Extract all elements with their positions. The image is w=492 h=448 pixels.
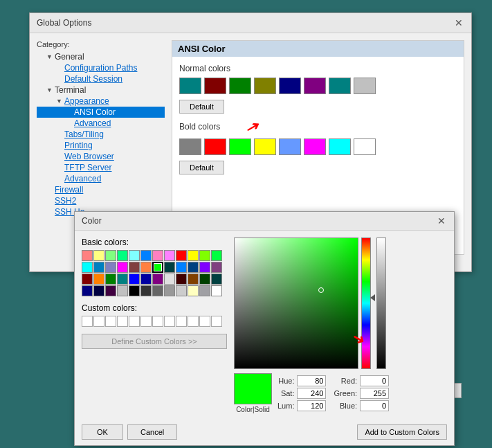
basic-color-4[interactable] bbox=[129, 250, 140, 261]
tree-default-session[interactable]: Default Session bbox=[37, 73, 165, 84]
tree-tabs-tiling[interactable]: Tabs/Tiling bbox=[37, 129, 165, 140]
custom-color-9[interactable] bbox=[188, 316, 199, 327]
lum-input[interactable] bbox=[297, 400, 326, 411]
basic-color-42[interactable] bbox=[152, 285, 163, 296]
basic-color-19[interactable] bbox=[164, 262, 175, 273]
bold-color-6[interactable] bbox=[304, 138, 326, 155]
basic-color-14[interactable] bbox=[105, 262, 116, 273]
tree-ansi-color[interactable]: ANSI Color bbox=[37, 107, 165, 118]
tree-printing[interactable]: Printing bbox=[37, 140, 165, 151]
ok-button[interactable]: OK bbox=[82, 424, 123, 440]
basic-color-34[interactable] bbox=[199, 274, 210, 285]
normal-color-6[interactable] bbox=[304, 78, 326, 94]
normal-color-4[interactable] bbox=[254, 78, 276, 94]
basic-color-39[interactable] bbox=[117, 285, 128, 296]
custom-color-5[interactable] bbox=[140, 316, 152, 327]
basic-color-21[interactable] bbox=[188, 262, 199, 273]
custom-color-11[interactable] bbox=[211, 316, 222, 327]
sat-input[interactable] bbox=[297, 388, 326, 399]
basic-color-40[interactable] bbox=[129, 285, 140, 296]
define-custom-colors-button[interactable]: Define Custom Colors >> bbox=[82, 334, 227, 349]
basic-color-17[interactable] bbox=[140, 262, 152, 273]
basic-color-20[interactable] bbox=[176, 262, 187, 273]
hue-bar[interactable] bbox=[361, 238, 371, 369]
basic-color-43[interactable] bbox=[164, 285, 175, 296]
basic-color-33[interactable] bbox=[188, 274, 199, 285]
tree-tftp-server[interactable]: TFTP Server bbox=[37, 162, 165, 173]
basic-color-45[interactable] bbox=[188, 285, 199, 296]
tree-web-browser[interactable]: Web Browser bbox=[37, 151, 165, 162]
red-input[interactable] bbox=[360, 375, 389, 386]
bold-color-5[interactable] bbox=[279, 138, 301, 155]
normal-colors-default-button[interactable]: Default bbox=[179, 100, 224, 114]
normal-color-3[interactable] bbox=[229, 78, 251, 94]
tree-general[interactable]: ▼ General bbox=[37, 51, 165, 62]
normal-color-7[interactable] bbox=[329, 78, 351, 94]
tree-config-paths[interactable]: Configuration Paths bbox=[37, 62, 165, 73]
bold-color-4[interactable] bbox=[254, 138, 276, 155]
basic-color-2[interactable] bbox=[105, 250, 116, 261]
bold-colors-default-button[interactable]: Default bbox=[179, 161, 224, 174]
basic-color-16[interactable] bbox=[129, 262, 140, 273]
basic-color-35[interactable] bbox=[211, 274, 222, 285]
basic-color-27[interactable] bbox=[117, 274, 128, 285]
tree-firewall[interactable]: Firewall bbox=[37, 184, 165, 195]
basic-color-13[interactable] bbox=[93, 262, 104, 273]
cancel-button[interactable]: Cancel bbox=[127, 424, 177, 440]
basic-color-12[interactable] bbox=[82, 262, 93, 273]
custom-color-8[interactable] bbox=[176, 316, 187, 327]
color-gradient[interactable]: ➜ bbox=[234, 238, 358, 369]
custom-color-1[interactable] bbox=[93, 316, 104, 327]
basic-color-3[interactable] bbox=[117, 250, 128, 261]
basic-color-47[interactable] bbox=[211, 285, 222, 296]
tree-advanced-appearance[interactable]: Advanced bbox=[37, 118, 165, 129]
basic-color-0[interactable] bbox=[82, 250, 93, 261]
color-dialog-close-button[interactable]: ✕ bbox=[436, 215, 447, 226]
custom-color-6[interactable] bbox=[152, 316, 163, 327]
bold-color-3[interactable] bbox=[229, 138, 251, 155]
bold-color-7[interactable] bbox=[329, 138, 351, 155]
basic-color-23[interactable] bbox=[211, 262, 222, 273]
basic-color-22[interactable] bbox=[199, 262, 210, 273]
basic-color-28[interactable] bbox=[129, 274, 140, 285]
tree-ssh2[interactable]: SSH2 bbox=[37, 195, 165, 206]
tree-appearance[interactable]: ▼ Appearance bbox=[37, 96, 165, 107]
basic-color-25[interactable] bbox=[93, 274, 104, 285]
global-options-close-button[interactable]: ✕ bbox=[453, 17, 464, 28]
add-to-custom-colors-button[interactable]: Add to Custom Colors bbox=[357, 424, 447, 440]
basic-color-32[interactable] bbox=[176, 274, 187, 285]
bold-color-8[interactable] bbox=[354, 138, 376, 155]
basic-color-1[interactable] bbox=[93, 250, 104, 261]
custom-color-3[interactable] bbox=[117, 316, 128, 327]
basic-color-15[interactable] bbox=[117, 262, 128, 273]
basic-color-18[interactable] bbox=[152, 262, 163, 273]
hue-input[interactable] bbox=[297, 375, 326, 386]
basic-color-46[interactable] bbox=[199, 285, 210, 296]
basic-color-6[interactable] bbox=[152, 250, 163, 261]
custom-color-2[interactable] bbox=[105, 316, 116, 327]
bold-color-2[interactable] bbox=[204, 138, 226, 155]
normal-color-5[interactable] bbox=[279, 78, 301, 94]
custom-color-7[interactable] bbox=[164, 316, 175, 327]
basic-color-31[interactable] bbox=[164, 274, 175, 285]
basic-color-41[interactable] bbox=[140, 285, 152, 296]
basic-color-11[interactable] bbox=[211, 250, 222, 261]
basic-color-36[interactable] bbox=[82, 285, 93, 296]
basic-color-29[interactable] bbox=[140, 274, 152, 285]
basic-color-26[interactable] bbox=[105, 274, 116, 285]
basic-color-38[interactable] bbox=[105, 285, 116, 296]
basic-color-9[interactable] bbox=[188, 250, 199, 261]
basic-color-37[interactable] bbox=[93, 285, 104, 296]
lum-bar[interactable] bbox=[376, 238, 386, 369]
basic-color-7[interactable] bbox=[164, 250, 175, 261]
basic-color-5[interactable] bbox=[140, 250, 152, 261]
basic-color-44[interactable] bbox=[176, 285, 187, 296]
custom-color-4[interactable] bbox=[129, 316, 140, 327]
normal-color-2[interactable] bbox=[204, 78, 226, 94]
normal-color-8[interactable] bbox=[354, 78, 376, 94]
tree-terminal[interactable]: ▼ Terminal bbox=[37, 84, 165, 96]
custom-color-0[interactable] bbox=[82, 316, 93, 327]
custom-color-10[interactable] bbox=[199, 316, 210, 327]
basic-color-30[interactable] bbox=[152, 274, 163, 285]
green-input[interactable] bbox=[360, 388, 389, 399]
